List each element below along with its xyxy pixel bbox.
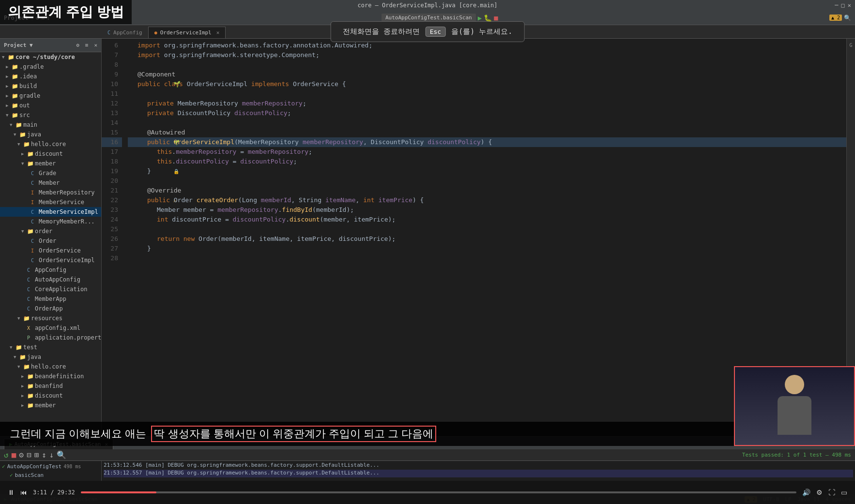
sidebar-item-hello-core[interactable]: ▼ 📁 hello.core	[0, 139, 101, 149]
sidebar-item-memberapp[interactable]: C MemberApp	[0, 294, 101, 304]
volume-button[interactable]: 🔊	[802, 489, 810, 496]
sidebar-item-memberservice[interactable]: I MemberService	[0, 197, 101, 207]
warning-badge[interactable]: ▲ 2	[829, 15, 842, 21]
sidebar-item-member-class-label: Member	[39, 179, 60, 186]
code-line-12: private MemberRepository memberRepositor…	[128, 99, 855, 108]
sidebar-item-test-java[interactable]: ▼ 📁 java	[0, 352, 101, 362]
sidebar-item-gradle[interactable]: ▶ 📁 .gradle	[0, 62, 101, 72]
bt-export-icon[interactable]: ↓	[49, 450, 54, 460]
sidebar-item-memorymemberr[interactable]: C MemoryMemberR...	[0, 217, 101, 226]
settings-button[interactable]: ⚙	[816, 489, 823, 496]
code-line-24: int discountPrice = discountPolicy.disco…	[128, 215, 855, 224]
sidebar-item-idea[interactable]: ▶ 📁 .idea	[0, 72, 101, 81]
arrow-icon: ▼	[10, 345, 15, 350]
bt-stop-icon[interactable]: ■	[12, 450, 16, 460]
props-icon: P	[27, 335, 34, 341]
code-line-21: @Override	[128, 186, 855, 195]
class-icon: C	[27, 296, 34, 302]
bt-search-icon[interactable]: 🔍	[57, 450, 66, 460]
bt-filter-icon[interactable]: ⚙	[19, 450, 24, 460]
tab-close-icon[interactable]: ✕	[216, 30, 220, 36]
sidebar-item-test-member[interactable]: ▶ 📁 member	[0, 400, 101, 410]
sidebar-item-appconfig[interactable]: C AppConfig	[0, 265, 101, 275]
sidebar-item-member-class[interactable]: C Member	[0, 178, 101, 188]
toolbar-search-icon[interactable]: 🔍	[844, 15, 851, 21]
close-btn[interactable]: ✕	[848, 2, 851, 9]
progress-bar-fill	[81, 491, 157, 493]
sidebar-item-beanfind[interactable]: ▶ 📁 beanfind	[0, 381, 101, 391]
code-line-8	[128, 60, 855, 70]
progress-bar[interactable]	[81, 491, 796, 493]
arrow-icon: ▼	[14, 355, 19, 359]
sidebar-list-icon[interactable]: ≡	[85, 42, 89, 48]
tab-orderserviceimpl[interactable]: ● OrderServiceImpl ✕	[149, 27, 226, 38]
sidebar-item-memberservice-label: MemberService	[39, 199, 84, 206]
tab-appconfig[interactable]: C AppConfig	[102, 27, 149, 38]
sidebar-item-appconfig-xml[interactable]: X appConfig.xml	[0, 323, 101, 333]
sidebar-item-main[interactable]: ▼ 📁 main	[0, 120, 101, 130]
arrow-icon: ▼	[14, 132, 19, 137]
sidebar-settings-icon[interactable]: ⚙	[76, 42, 79, 48]
code-line-10: 🌱 public class OrderServiceImpl implemen…	[128, 79, 855, 89]
sidebar-item-java[interactable]: ▼ 📁 java	[0, 130, 101, 139]
tab-icon-o: ●	[154, 30, 157, 35]
fullscreen-button[interactable]: ⛶	[828, 489, 835, 496]
sidebar: Project ▼ ⚙ ≡ ✕ ▼ 📁 core ~/study/core ▶ …	[0, 39, 102, 436]
bt-collapse-icon[interactable]: ⊟	[27, 450, 31, 460]
folder-icon: 📁	[27, 402, 34, 409]
sidebar-close-icon[interactable]: ✕	[94, 42, 97, 48]
tab-orderserviceimpl-label: OrderServiceImpl	[160, 30, 212, 36]
test-status-text: Tests passed: 1 of 1 test – 498 ms	[742, 452, 851, 458]
sidebar-item-memberrepository[interactable]: I MemberRepository	[0, 188, 101, 197]
sidebar-item-coreapplication[interactable]: C CoreApplication	[0, 284, 101, 294]
sidebar-item-src[interactable]: ▼ 📁 src	[0, 110, 101, 120]
bt-sort-icon[interactable]: ↕	[42, 450, 46, 460]
window-title: core – OrderServiceImpl.java [core.main]	[358, 2, 498, 9]
sidebar-item-beandefinition[interactable]: ▶ 📁 beandefinition	[0, 371, 101, 381]
play-pause-button[interactable]: ⏸	[8, 489, 15, 496]
rewind-button[interactable]: ⏮	[20, 489, 27, 496]
sidebar-item-appprops[interactable]: P application.properties	[0, 333, 101, 342]
debug-btn[interactable]: 🐛	[484, 14, 492, 22]
sidebar-item-orderservice[interactable]: I OrderService	[0, 246, 101, 255]
person-head	[785, 375, 804, 394]
sidebar-item-test-hello-core[interactable]: ▼ 📁 hello.core	[0, 362, 101, 371]
sidebar-item-build[interactable]: ▶ 📁 build	[0, 81, 101, 91]
sidebar-item-core-root[interactable]: ▼ 📁 core ~/study/core	[0, 52, 101, 62]
sidebar-item-orderapp[interactable]: C OrderApp	[0, 304, 101, 313]
stop-btn[interactable]: ■	[494, 14, 498, 22]
folder-icon: 📁	[15, 344, 22, 351]
arrow-icon: ▶	[21, 384, 27, 388]
theater-button[interactable]: ▭	[841, 489, 847, 496]
gradle-icon[interactable]: G	[849, 43, 852, 48]
sidebar-item-gradle2[interactable]: ▶ 📁 gradle	[0, 91, 101, 101]
sidebar-item-grade[interactable]: C Grade	[0, 168, 101, 178]
sidebar-item-autoappconfig[interactable]: C AutoAppConfig	[0, 275, 101, 284]
bt-restart-icon[interactable]: ↺	[4, 450, 9, 460]
sidebar-item-hello-core-label: hello.core	[31, 141, 66, 148]
sidebar-item-test[interactable]: ▼ 📁 test	[0, 342, 101, 352]
class-icon: C	[31, 171, 38, 176]
sidebar-item-resources[interactable]: ▼ 📁 resources	[0, 313, 101, 323]
sidebar-item-member[interactable]: ▼ 📁 member	[0, 159, 101, 168]
maximize-btn[interactable]: □	[841, 2, 845, 9]
sidebar-item-discount[interactable]: ▶ 📁 discount	[0, 149, 101, 159]
sidebar-item-order[interactable]: ▼ 📁 order	[0, 226, 101, 236]
run-btn[interactable]: ▶	[478, 14, 482, 22]
bt-expand-icon[interactable]: ⊞	[34, 450, 39, 460]
minimize-btn[interactable]: ─	[835, 2, 838, 9]
folder-icon: 📁	[12, 112, 18, 119]
fullscreen-hint: 전체화면을 종료하려면 Esc 을(를) 누르세요.	[331, 21, 525, 42]
sidebar-item-order-class[interactable]: C Order	[0, 236, 101, 246]
sidebar-item-orderserviceimpl[interactable]: C OrderServiceImpl	[0, 255, 101, 265]
code-line-25	[128, 224, 855, 234]
test-item-basicscan[interactable]: ✓ basicScan	[2, 471, 99, 479]
sidebar-item-test-discount[interactable]: ▶ 📁 discount	[0, 391, 101, 400]
sidebar-item-memberserviceimpl[interactable]: C MemberServiceImpl	[0, 207, 101, 217]
test-item-label: basicScan	[15, 472, 44, 478]
folder-icon: 📁	[23, 141, 30, 148]
run-config-name[interactable]: AutoAppConfigTest.basicScan	[382, 14, 476, 22]
sidebar-item-out[interactable]: ▶ 📁 out	[0, 101, 101, 110]
sidebar-header: Project ▼ ⚙ ≡ ✕	[0, 39, 101, 52]
test-item-autoappconfig[interactable]: ✓ AutoAppConfigTest 498 ms	[2, 462, 99, 471]
